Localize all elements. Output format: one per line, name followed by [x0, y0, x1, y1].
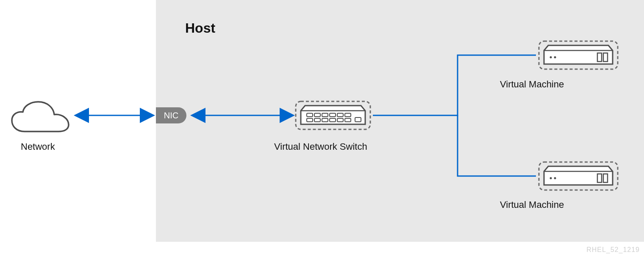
footer-code: RHEL_52_1219: [586, 246, 640, 254]
svg-point-24: [554, 177, 556, 179]
vm2-label: Virtual Machine: [500, 199, 564, 210]
vm1-label: Virtual Machine: [500, 79, 564, 90]
virtual-network-diagram: Host Network NIC: [0, 0, 644, 277]
nic-badge: NIC: [156, 107, 186, 123]
svg-point-18: [554, 56, 556, 59]
vswitch-label: Virtual Network Switch: [274, 141, 367, 152]
svg-point-17: [550, 56, 552, 59]
host-container: [156, 0, 644, 242]
svg-point-23: [550, 177, 552, 179]
cloud-icon: [8, 98, 72, 137]
vm-icon: [538, 40, 619, 70]
host-title: Host: [185, 20, 215, 36]
switch-icon: [295, 101, 371, 130]
network-label: Network: [21, 141, 55, 152]
nic-label: NIC: [164, 111, 178, 120]
vm-icon: [538, 161, 619, 191]
